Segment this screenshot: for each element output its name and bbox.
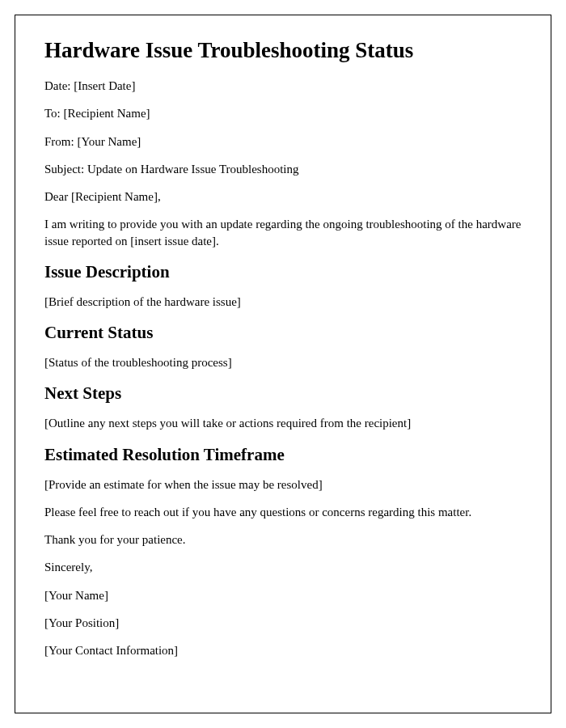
closing-signoff: Sincerely, xyxy=(44,559,522,575)
intro-paragraph: I am writing to provide you with an upda… xyxy=(44,216,522,249)
issue-description-heading: Issue Description xyxy=(44,262,522,282)
page-title: Hardware Issue Troubleshooting Status xyxy=(44,38,522,63)
closing-contact: [Your Contact Information] xyxy=(44,642,522,658)
closing-name: [Your Name] xyxy=(44,587,522,603)
subject-line: Subject: Update on Hardware Issue Troubl… xyxy=(44,161,522,177)
from-line: From: [Your Name] xyxy=(44,133,522,150)
closing-reachout: Please feel free to reach out if you hav… xyxy=(44,504,522,520)
closing-position: [Your Position] xyxy=(44,615,522,631)
next-steps-heading: Next Steps xyxy=(44,383,522,404)
next-steps-body: [Outline any next steps you will take or… xyxy=(44,415,522,431)
estimated-resolution-body: [Provide an estimate for when the issue … xyxy=(44,476,522,493)
current-status-heading: Current Status xyxy=(44,323,522,343)
date-line: Date: [Insert Date] xyxy=(44,78,522,94)
issue-description-body: [Brief description of the hardware issue… xyxy=(44,294,522,310)
salutation: Dear [Recipient Name], xyxy=(44,188,522,205)
current-status-body: [Status of the troubleshooting process] xyxy=(44,354,522,370)
to-line: To: [Recipient Name] xyxy=(44,105,522,121)
estimated-resolution-heading: Estimated Resolution Timeframe xyxy=(44,445,522,465)
document-page: Hardware Issue Troubleshooting Status Da… xyxy=(15,15,551,713)
closing-thanks: Thank you for your patience. xyxy=(44,531,522,548)
